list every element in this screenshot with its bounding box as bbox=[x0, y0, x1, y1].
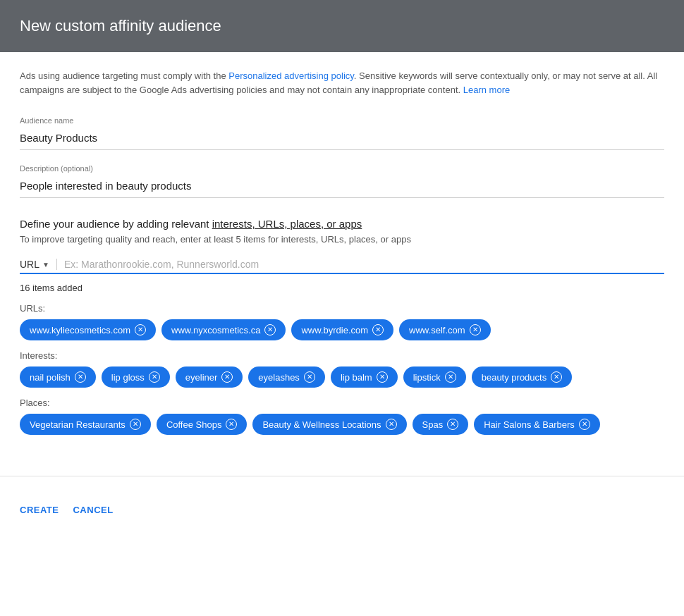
list-item: lipstick✕ bbox=[403, 366, 466, 388]
urls-tags: www.kyliecosmetics.com✕www.nyxcosmetics.… bbox=[20, 319, 664, 340]
close-icon[interactable]: ✕ bbox=[579, 419, 590, 430]
audience-name-label: Audience name bbox=[20, 116, 664, 125]
dialog-title: New custom affinity audience bbox=[20, 17, 664, 35]
description-label: Description (optional) bbox=[20, 164, 664, 173]
create-button[interactable]: CREATE bbox=[20, 500, 59, 519]
learn-more-link[interactable]: Learn more bbox=[463, 85, 510, 95]
tag-label: Beauty & Wellness Locations bbox=[262, 419, 381, 430]
input-row: URL ▼ bbox=[20, 259, 664, 274]
close-icon[interactable]: ✕ bbox=[470, 324, 481, 335]
policy-notice: Ads using audience targeting must comply… bbox=[20, 69, 664, 97]
close-icon[interactable]: ✕ bbox=[386, 419, 397, 430]
close-icon[interactable]: ✕ bbox=[226, 419, 237, 430]
audience-name-value: Beauty Products bbox=[20, 128, 664, 150]
tag-label: www.kyliecosmetics.com bbox=[30, 325, 130, 335]
footer-actions: CREATE CANCEL bbox=[0, 491, 684, 529]
tag-label: Coffee Shops bbox=[166, 419, 222, 430]
list-item: lip balm✕ bbox=[331, 366, 398, 388]
close-icon[interactable]: ✕ bbox=[130, 419, 141, 430]
close-icon[interactable]: ✕ bbox=[75, 371, 86, 383]
tag-label: Vegetarian Restaurants bbox=[30, 419, 126, 430]
list-item: eyeliner✕ bbox=[176, 366, 243, 388]
list-item: www.nyxcosmetics.ca✕ bbox=[161, 319, 286, 340]
cancel-button[interactable]: CANCEL bbox=[73, 500, 113, 519]
interests-section: Interests: nail polish✕lip gloss✕eyeline… bbox=[20, 350, 664, 388]
define-title-text: Define your audience by adding relevant bbox=[20, 218, 212, 230]
urls-section: URLs: www.kyliecosmetics.com✕www.nyxcosm… bbox=[20, 303, 664, 340]
list-item: Beauty & Wellness Locations✕ bbox=[252, 414, 406, 435]
list-item: www.kyliecosmetics.com✕ bbox=[20, 319, 156, 340]
tag-label: www.nyxcosmetics.ca bbox=[171, 325, 260, 335]
close-icon[interactable]: ✕ bbox=[221, 371, 233, 383]
define-title-underlined: interests, URLs, places, or apps bbox=[212, 218, 362, 230]
list-item: Hair Salons & Barbers✕ bbox=[474, 414, 600, 435]
dropdown-label: URL bbox=[20, 259, 39, 270]
description-value: People interested in beauty products bbox=[20, 175, 664, 198]
items-count: 16 items added bbox=[20, 283, 664, 293]
close-icon[interactable]: ✕ bbox=[304, 371, 315, 383]
tag-label: eyeliner bbox=[185, 372, 218, 383]
close-icon[interactable]: ✕ bbox=[551, 371, 562, 383]
define-subtitle: To improve targeting quality and reach, … bbox=[20, 234, 664, 245]
interests-tags: nail polish✕lip gloss✕eyeliner✕eyelashes… bbox=[20, 366, 664, 388]
tag-label: Spas bbox=[422, 419, 444, 430]
places-label: Places: bbox=[20, 398, 664, 408]
list-item: nail polish✕ bbox=[20, 366, 96, 388]
audience-name-section: Audience name Beauty Products bbox=[20, 116, 664, 150]
footer-divider bbox=[0, 476, 684, 476]
tag-label: lip balm bbox=[341, 372, 372, 383]
tag-label: lip gloss bbox=[111, 372, 145, 383]
dialog-content: Ads using audience targeting must comply… bbox=[0, 52, 684, 462]
close-icon[interactable]: ✕ bbox=[447, 419, 458, 430]
tag-label: Hair Salons & Barbers bbox=[484, 419, 575, 430]
define-section: Define your audience by adding relevant … bbox=[20, 218, 664, 245]
tag-label: beauty products bbox=[482, 372, 547, 383]
list-item: Spas✕ bbox=[413, 414, 469, 435]
close-icon[interactable]: ✕ bbox=[135, 324, 146, 335]
places-section: Places: Vegetarian Restaurants✕Coffee Sh… bbox=[20, 398, 664, 435]
close-icon[interactable]: ✕ bbox=[377, 371, 388, 383]
places-tags: Vegetarian Restaurants✕Coffee Shops✕Beau… bbox=[20, 414, 664, 435]
define-title: Define your audience by adding relevant … bbox=[20, 218, 664, 230]
close-icon[interactable]: ✕ bbox=[372, 324, 384, 335]
tag-label: eyelashes bbox=[258, 372, 300, 383]
close-icon[interactable]: ✕ bbox=[264, 324, 276, 335]
interests-label: Interests: bbox=[20, 350, 664, 361]
list-item: lip gloss✕ bbox=[102, 366, 170, 388]
close-icon[interactable]: ✕ bbox=[149, 371, 160, 383]
tag-label: www.byrdie.com bbox=[301, 325, 368, 335]
tag-label: lipstick bbox=[413, 372, 441, 383]
urls-label: URLs: bbox=[20, 303, 664, 314]
description-section: Description (optional) People interested… bbox=[20, 164, 664, 198]
close-icon[interactable]: ✕ bbox=[445, 371, 456, 383]
list-item: www.byrdie.com✕ bbox=[291, 319, 393, 340]
type-dropdown[interactable]: URL ▼ bbox=[20, 259, 57, 270]
tag-label: nail polish bbox=[30, 372, 71, 383]
list-item: Coffee Shops✕ bbox=[157, 414, 248, 435]
policy-link[interactable]: Personalized advertising policy bbox=[228, 70, 354, 81]
list-item: www.self.com✕ bbox=[399, 319, 490, 340]
chevron-down-icon: ▼ bbox=[42, 261, 49, 269]
list-item: beauty products✕ bbox=[472, 366, 573, 388]
url-input[interactable] bbox=[64, 259, 664, 270]
dialog-header: New custom affinity audience bbox=[0, 0, 684, 52]
list-item: eyelashes✕ bbox=[248, 366, 325, 388]
policy-text-before: Ads using audience targeting must comply… bbox=[20, 70, 228, 81]
list-item: Vegetarian Restaurants✕ bbox=[20, 414, 151, 435]
tag-label: www.self.com bbox=[409, 325, 465, 335]
